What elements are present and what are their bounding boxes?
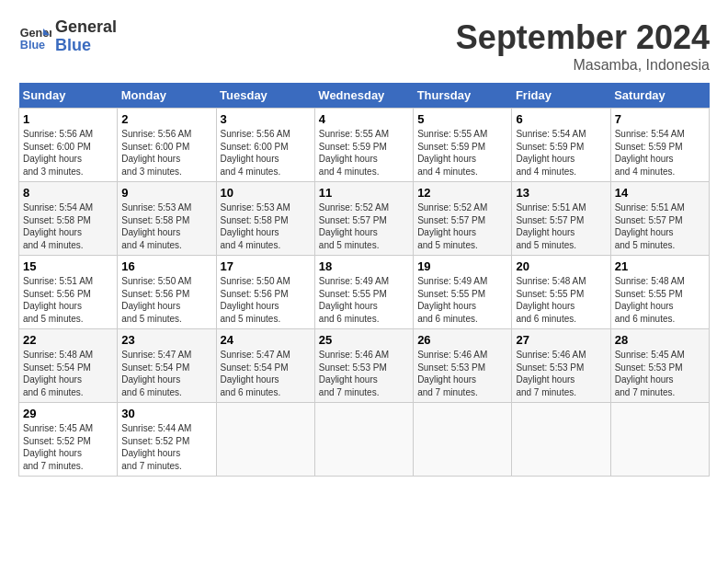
cell-info: Sunrise: 5:50 AMSunset: 5:56 PMDaylight … [121, 276, 191, 324]
calendar-cell: 11 Sunrise: 5:52 AMSunset: 5:57 PMDaylig… [314, 182, 413, 256]
calendar-cell: 6 Sunrise: 5:54 AMSunset: 5:59 PMDayligh… [512, 109, 610, 182]
day-number: 9 [121, 186, 211, 200]
cell-info: Sunrise: 5:53 AMSunset: 5:58 PMDaylight … [121, 202, 191, 250]
day-number: 20 [516, 259, 606, 273]
day-number: 3 [221, 112, 311, 126]
calendar-cell: 14 Sunrise: 5:51 AMSunset: 5:57 PMDaylig… [610, 182, 709, 256]
cell-info: Sunrise: 5:48 AMSunset: 5:55 PMDaylight … [516, 276, 586, 324]
svg-text:Blue: Blue [20, 38, 45, 51]
day-number: 26 [417, 333, 507, 347]
day-number: 23 [121, 333, 211, 347]
location: Masamba, Indonesia [456, 57, 710, 74]
day-number: 18 [319, 259, 409, 273]
calendar-cell: 12 Sunrise: 5:52 AMSunset: 5:57 PMDaylig… [414, 182, 512, 256]
cell-info: Sunrise: 5:51 AMSunset: 5:57 PMDaylight … [516, 202, 586, 250]
calendar-cell: 2 Sunrise: 5:56 AMSunset: 6:00 PMDayligh… [118, 109, 216, 182]
calendar-cell: 30 Sunrise: 5:44 AMSunset: 5:52 PMDaylig… [118, 403, 216, 477]
day-number: 28 [615, 333, 705, 347]
cell-info: Sunrise: 5:55 AMSunset: 5:59 PMDaylight … [319, 129, 389, 177]
day-number: 30 [121, 407, 211, 420]
day-number: 16 [121, 259, 211, 273]
calendar-cell: 4 Sunrise: 5:55 AMSunset: 5:59 PMDayligh… [314, 109, 413, 182]
calendar-cell: 28 Sunrise: 5:45 AMSunset: 5:53 PMDaylig… [610, 329, 709, 403]
cell-info: Sunrise: 5:51 AMSunset: 5:57 PMDaylight … [615, 202, 685, 250]
page-header: General Blue General Blue September 2024… [18, 18, 710, 74]
col-friday: Friday [512, 83, 610, 109]
calendar-cell [610, 403, 709, 477]
calendar-cell: 7 Sunrise: 5:54 AMSunset: 5:59 PMDayligh… [610, 109, 709, 182]
cell-info: Sunrise: 5:52 AMSunset: 5:57 PMDaylight … [417, 202, 487, 250]
calendar-cell: 3 Sunrise: 5:56 AMSunset: 6:00 PMDayligh… [216, 109, 314, 182]
calendar-week-row: 1 Sunrise: 5:56 AMSunset: 6:00 PMDayligh… [19, 109, 710, 182]
cell-info: Sunrise: 5:46 AMSunset: 5:53 PMDaylight … [319, 350, 389, 397]
day-number: 13 [516, 186, 606, 200]
cell-info: Sunrise: 5:49 AMSunset: 5:55 PMDaylight … [319, 276, 389, 324]
cell-info: Sunrise: 5:55 AMSunset: 5:59 PMDaylight … [417, 129, 487, 177]
cell-info: Sunrise: 5:54 AMSunset: 5:59 PMDaylight … [615, 129, 685, 177]
calendar-cell: 26 Sunrise: 5:46 AMSunset: 5:53 PMDaylig… [414, 329, 512, 403]
calendar-cell: 17 Sunrise: 5:50 AMSunset: 5:56 PMDaylig… [216, 256, 314, 329]
col-thursday: Thursday [414, 83, 512, 109]
day-number: 21 [615, 259, 705, 273]
day-number: 7 [615, 112, 705, 126]
day-number: 6 [516, 112, 606, 126]
cell-info: Sunrise: 5:45 AMSunset: 5:52 PMDaylight … [23, 423, 93, 471]
calendar-cell: 29 Sunrise: 5:45 AMSunset: 5:52 PMDaylig… [19, 403, 118, 477]
cell-info: Sunrise: 5:50 AMSunset: 5:56 PMDaylight … [221, 276, 290, 324]
day-number: 1 [23, 112, 113, 126]
calendar-cell: 22 Sunrise: 5:48 AMSunset: 5:54 PMDaylig… [19, 329, 118, 403]
day-number: 27 [516, 333, 606, 347]
cell-info: Sunrise: 5:56 AMSunset: 6:00 PMDaylight … [121, 129, 191, 177]
calendar-cell: 20 Sunrise: 5:48 AMSunset: 5:55 PMDaylig… [512, 256, 610, 329]
calendar-cell: 13 Sunrise: 5:51 AMSunset: 5:57 PMDaylig… [512, 182, 610, 256]
calendar-week-row: 29 Sunrise: 5:45 AMSunset: 5:52 PMDaylig… [19, 403, 710, 477]
calendar-week-row: 15 Sunrise: 5:51 AMSunset: 5:56 PMDaylig… [19, 256, 710, 329]
calendar-cell: 19 Sunrise: 5:49 AMSunset: 5:55 PMDaylig… [414, 256, 512, 329]
calendar-cell: 16 Sunrise: 5:50 AMSunset: 5:56 PMDaylig… [118, 256, 216, 329]
cell-info: Sunrise: 5:54 AMSunset: 5:58 PMDaylight … [23, 202, 93, 250]
calendar-cell [314, 403, 413, 477]
day-number: 25 [319, 333, 409, 347]
cell-info: Sunrise: 5:46 AMSunset: 5:53 PMDaylight … [516, 350, 586, 397]
calendar-table: Sunday Monday Tuesday Wednesday Thursday… [18, 83, 710, 477]
calendar-cell: 21 Sunrise: 5:48 AMSunset: 5:55 PMDaylig… [610, 256, 709, 329]
calendar-cell: 23 Sunrise: 5:47 AMSunset: 5:54 PMDaylig… [118, 329, 216, 403]
calendar-cell [414, 403, 512, 477]
day-number: 14 [615, 186, 705, 200]
cell-info: Sunrise: 5:52 AMSunset: 5:57 PMDaylight … [319, 202, 389, 250]
calendar-cell: 15 Sunrise: 5:51 AMSunset: 5:56 PMDaylig… [19, 256, 118, 329]
cell-info: Sunrise: 5:44 AMSunset: 5:52 PMDaylight … [121, 423, 191, 471]
calendar-cell: 5 Sunrise: 5:55 AMSunset: 5:59 PMDayligh… [414, 109, 512, 182]
day-number: 4 [319, 112, 409, 126]
col-tuesday: Tuesday [216, 83, 314, 109]
calendar-cell: 9 Sunrise: 5:53 AMSunset: 5:58 PMDayligh… [118, 182, 216, 256]
day-number: 5 [417, 112, 507, 126]
cell-info: Sunrise: 5:51 AMSunset: 5:56 PMDaylight … [23, 276, 93, 324]
calendar-header-row: Sunday Monday Tuesday Wednesday Thursday… [19, 83, 710, 109]
day-number: 17 [221, 259, 311, 273]
calendar-week-row: 8 Sunrise: 5:54 AMSunset: 5:58 PMDayligh… [19, 182, 710, 256]
cell-info: Sunrise: 5:49 AMSunset: 5:55 PMDaylight … [417, 276, 487, 324]
col-wednesday: Wednesday [314, 83, 413, 109]
day-number: 2 [121, 112, 211, 126]
logo-icon: General Blue [18, 20, 51, 53]
month-title: September 2024 [456, 18, 710, 57]
cell-info: Sunrise: 5:54 AMSunset: 5:59 PMDaylight … [516, 129, 586, 177]
cell-info: Sunrise: 5:47 AMSunset: 5:54 PMDaylight … [221, 350, 290, 397]
logo-text: General Blue [55, 18, 117, 55]
cell-info: Sunrise: 5:48 AMSunset: 5:55 PMDaylight … [615, 276, 685, 324]
day-number: 8 [23, 186, 113, 200]
cell-info: Sunrise: 5:56 AMSunset: 6:00 PMDaylight … [221, 129, 290, 177]
col-sunday: Sunday [19, 83, 118, 109]
cell-info: Sunrise: 5:47 AMSunset: 5:54 PMDaylight … [121, 350, 191, 397]
day-number: 10 [221, 186, 311, 200]
calendar-cell: 27 Sunrise: 5:46 AMSunset: 5:53 PMDaylig… [512, 329, 610, 403]
cell-info: Sunrise: 5:46 AMSunset: 5:53 PMDaylight … [417, 350, 487, 397]
calendar-cell [216, 403, 314, 477]
day-number: 29 [23, 407, 113, 420]
col-monday: Monday [118, 83, 216, 109]
cell-info: Sunrise: 5:53 AMSunset: 5:58 PMDaylight … [221, 202, 290, 250]
cell-info: Sunrise: 5:45 AMSunset: 5:53 PMDaylight … [615, 350, 685, 397]
day-number: 15 [23, 259, 113, 273]
calendar-cell: 10 Sunrise: 5:53 AMSunset: 5:58 PMDaylig… [216, 182, 314, 256]
